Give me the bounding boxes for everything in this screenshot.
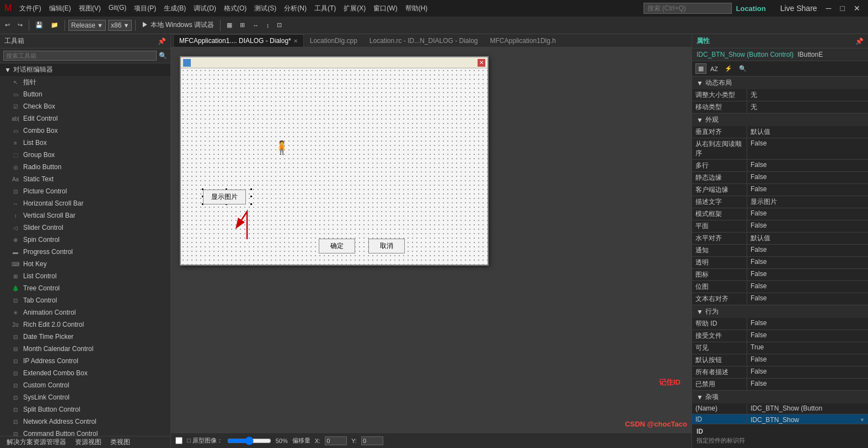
menu-item[interactable]: 窗口(W) xyxy=(370,3,400,14)
toolbox-item-radio-button[interactable]: ◎Radio Button xyxy=(0,161,170,173)
global-search-input[interactable] xyxy=(644,3,732,14)
toolbox-item-custom-control[interactable]: ⊡Custom Control xyxy=(0,379,170,391)
toolbox-item-list-control[interactable]: ⊞List Control xyxy=(0,270,170,282)
props-row[interactable]: 帮助 IDFalse xyxy=(692,318,868,330)
dialog-body[interactable]: 🧍 显示图片 xyxy=(181,68,487,265)
toolbar-save[interactable]: 💾 xyxy=(33,20,46,30)
toolbox-search-input[interactable] xyxy=(3,51,157,61)
menu-item[interactable]: 帮助(H) xyxy=(402,3,431,14)
menu-item[interactable]: 工具(T) xyxy=(311,3,339,14)
toolbar-misc-2[interactable]: ⊞ xyxy=(237,20,248,30)
toolbar-misc-1[interactable]: ▦ xyxy=(224,20,235,30)
toolbar-misc-5[interactable]: ⊡ xyxy=(274,20,285,30)
menu-bar[interactable]: 文件(F)编辑(E)视图(V)Git(G)项目(P)生成(B)调试(D)格式(O… xyxy=(16,3,431,14)
toolbar-misc-3[interactable]: ↔ xyxy=(250,20,261,30)
props-row[interactable]: IDIDC_BTN_Show▼ xyxy=(692,414,868,424)
menu-item[interactable]: 视图(V) xyxy=(76,3,104,14)
toolbox-item-h-scroll-bar[interactable]: ↔Horizontal Scroll Bar xyxy=(0,197,170,209)
ok-button[interactable]: 确定 xyxy=(319,239,355,253)
toolbox-item-static-text[interactable]: AaStatic Text xyxy=(0,173,170,185)
toolbox-item-checkbox[interactable]: ☑Check Box xyxy=(0,100,170,112)
props-row[interactable]: 文本右对齐False xyxy=(692,293,868,305)
props-row[interactable]: (Name)IDC_BTN_Show (Button xyxy=(692,403,868,414)
menu-item[interactable]: 项目(P) xyxy=(131,3,159,14)
menu-item[interactable]: Git(G) xyxy=(105,3,130,14)
props-row[interactable]: 水平对齐默认值 xyxy=(692,233,868,245)
editor-tab[interactable]: Location.rc - ID...N_DIALOG - Dialog xyxy=(363,34,484,47)
menu-item[interactable]: 格式(O) xyxy=(221,3,250,14)
props-btn-categories[interactable]: ▦ xyxy=(695,63,706,74)
menu-item[interactable]: 分析(N) xyxy=(281,3,310,14)
tab-resource[interactable]: 资源视图 xyxy=(71,436,106,448)
toolbox-item-spin-control[interactable]: ⊕Spin Control xyxy=(0,234,170,246)
toolbox-item-date-time[interactable]: ⊡Date Time Picker xyxy=(0,331,170,343)
editor-tab[interactable]: MFCApplication1Dlg.h xyxy=(484,34,562,47)
props-row[interactable]: 位图False xyxy=(692,281,868,293)
props-section-外观[interactable]: ▼外观 xyxy=(692,114,868,126)
toolbox-item-combo-box[interactable]: ▭Combo Box xyxy=(0,125,170,137)
props-row[interactable]: 模式框架False xyxy=(692,208,868,220)
tab-toolbox[interactable]: 解决方案资源管理器 xyxy=(2,436,71,448)
toolbox-item-group-box[interactable]: ⬚Group Box xyxy=(0,149,170,161)
editor-tab[interactable]: MFCApplication1.... DIALOG - Dialog*✕ xyxy=(173,34,304,47)
props-row[interactable]: 接受文件False xyxy=(692,330,868,342)
toolbox-item-v-scroll-bar[interactable]: ↕Vertical Scroll Bar xyxy=(0,209,170,222)
menu-item[interactable]: 测试(S) xyxy=(251,3,280,14)
props-row[interactable]: 描述文字显示图片 xyxy=(692,196,868,208)
toolbox-item-ip-address[interactable]: ⊡IP Address Control xyxy=(0,355,170,367)
show-img-button[interactable]: 显示图片 xyxy=(203,190,246,204)
toolbox-item-progress-control[interactable]: ▬Progress Control xyxy=(0,246,170,258)
release-dropdown[interactable]: Release ▼ xyxy=(68,20,106,31)
toolbox-item-month-calendar[interactable]: ⊟Month Calendar Control xyxy=(0,343,170,355)
toolbox-item-split-button[interactable]: ⊡Split Button Control xyxy=(0,403,170,415)
toolbox-item-slider-control[interactable]: ◁Slider Control xyxy=(0,222,170,234)
toolbox-item-picture-control[interactable]: ⊡Picture Control xyxy=(0,185,170,197)
run-btn[interactable]: ▶ 本地 Windows 调试器 xyxy=(139,19,217,31)
toolbar-misc-4[interactable]: ↕ xyxy=(264,20,272,30)
props-row[interactable]: 可见True xyxy=(692,342,868,354)
cancel-button[interactable]: 取消 xyxy=(368,239,405,253)
props-row[interactable]: 透明False xyxy=(692,257,868,269)
props-value[interactable]: IDC_BTN_Show▼ xyxy=(747,414,868,424)
props-section-动态布局[interactable]: ▼动态布局 xyxy=(692,77,868,89)
toolbar-open[interactable]: 📁 xyxy=(48,20,61,30)
toolbox-item-pointer[interactable]: ↖指针 xyxy=(0,76,170,88)
props-btn-alpha[interactable]: AZ xyxy=(708,63,721,74)
toolbox-item-edit-control[interactable]: ab|Edit Control xyxy=(0,112,170,125)
toolbox-item-button[interactable]: ▭Button xyxy=(0,88,170,100)
props-row[interactable]: 图标False xyxy=(692,269,868,281)
props-row[interactable]: 平面False xyxy=(692,220,868,233)
props-row[interactable]: 多行False xyxy=(692,160,868,172)
toolbox-item-tree-control[interactable]: 🌲Tree Control xyxy=(0,282,170,294)
menu-item[interactable]: 文件(F) xyxy=(16,3,44,14)
toolbar-redo[interactable]: ↪ xyxy=(15,20,25,30)
toolbox-item-syslink-control[interactable]: ⊡SysLink Control xyxy=(0,391,170,403)
props-row[interactable]: 从右到左阅读顺序False xyxy=(692,138,868,160)
toolbox-item-list-box[interactable]: ≡List Box xyxy=(0,137,170,149)
menu-item[interactable]: 编辑(E) xyxy=(46,3,74,14)
toolbox-item-tab-control[interactable]: ⊡Tab Control xyxy=(0,294,170,306)
props-section-行为[interactable]: ▼行为 xyxy=(692,305,868,318)
props-btn-search[interactable]: 🔍 xyxy=(736,63,749,74)
tab-close-icon[interactable]: ✕ xyxy=(293,38,298,44)
props-row[interactable]: 已禁用False xyxy=(692,379,868,391)
x-input[interactable]: 0 xyxy=(325,436,347,445)
y-input[interactable]: 0 xyxy=(361,436,383,445)
dialog-close-btn[interactable]: ✕ xyxy=(478,59,485,67)
props-pin-icon[interactable]: 📌 xyxy=(855,37,864,45)
props-row[interactable]: 静态边缘False xyxy=(692,172,868,184)
toolbox-item-rich-edit[interactable]: 2oRich Edit 2.0 Control xyxy=(0,319,170,331)
menu-item[interactable]: 生成(B) xyxy=(160,3,189,14)
toolbox-item-hot-key[interactable]: ⌨Hot Key xyxy=(0,258,170,270)
tab-class[interactable]: 类视图 xyxy=(106,436,135,448)
platform-dropdown[interactable]: x86 ▼ xyxy=(108,20,132,31)
props-row[interactable]: 通知False xyxy=(692,245,868,257)
props-row[interactable]: 默认按钮False xyxy=(692,354,868,366)
toolbox-item-animation-control[interactable]: ✳Animation Control xyxy=(0,306,170,319)
props-row[interactable]: 客户端边缘False xyxy=(692,184,868,196)
toolbox-item-command-button[interactable]: ⊡Command Button Control xyxy=(0,428,170,436)
transparency-slider[interactable] xyxy=(227,436,271,445)
close-btn[interactable]: ✕ xyxy=(850,4,864,13)
toolbox-item-network-address[interactable]: ⊡Network Address Control xyxy=(0,415,170,428)
toolbox-item-extended-combo[interactable]: ⊡Extended Combo Box xyxy=(0,367,170,379)
